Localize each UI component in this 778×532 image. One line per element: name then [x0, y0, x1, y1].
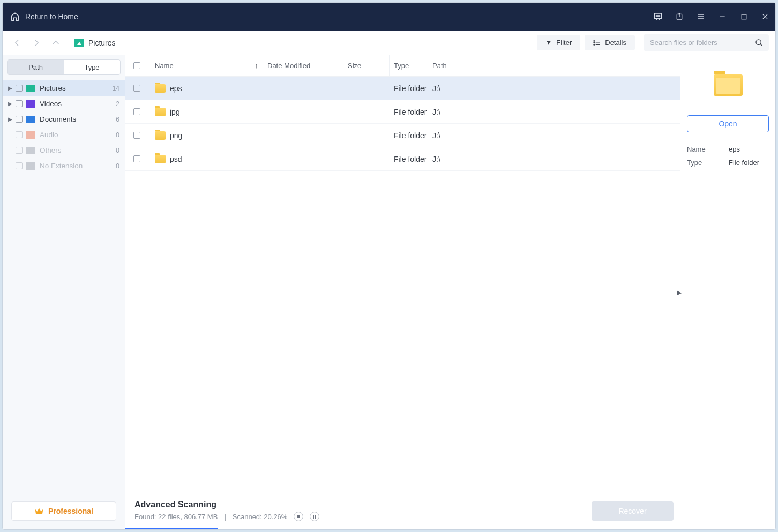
sidebar-item-videos[interactable]: ▶ Videos 2 — [3, 96, 125, 111]
detail-name-key: Name — [687, 145, 729, 153]
col-type[interactable]: Type — [390, 55, 428, 76]
details-button[interactable]: Details — [585, 35, 635, 50]
table-row[interactable]: jpg File folder J:\ — [125, 100, 680, 124]
sidebar-item-pictures[interactable]: ▶ Pictures 14 — [3, 80, 125, 96]
col-path-label: Path — [432, 62, 447, 70]
recover-wrap: Recover — [585, 493, 680, 529]
menu-icon[interactable] — [696, 12, 706, 21]
filter-label: Filter — [556, 39, 572, 47]
row-path: J:\ — [432, 84, 440, 93]
detail-type: Type File folder — [687, 159, 769, 167]
search-wrap — [644, 34, 769, 51]
search-input[interactable] — [644, 34, 769, 51]
col-size[interactable]: Size — [343, 55, 390, 76]
professional-label: Professional — [48, 507, 93, 515]
details-label: Details — [605, 39, 626, 47]
filter-button[interactable]: Filter — [537, 35, 580, 50]
row-name: psd — [170, 155, 182, 163]
sidebar-bottom: Professional — [3, 495, 125, 529]
svg-point-2 — [657, 16, 659, 17]
folder-icon — [155, 155, 166, 163]
crown-icon — [34, 507, 44, 515]
return-home-button[interactable]: Return to Home — [10, 12, 78, 21]
sidebar-item-label: Audio — [40, 131, 58, 139]
file-list: Name ↑ Date Modified Size Type Path eps … — [125, 55, 680, 493]
chevron-right-icon: ▶ — [8, 116, 13, 122]
sidebar-item-label: Videos — [40, 100, 62, 108]
folder-large-icon — [714, 74, 743, 96]
tab-type[interactable]: Type — [64, 60, 120, 74]
stop-scan-button[interactable] — [294, 512, 303, 521]
feedback-icon[interactable] — [653, 12, 663, 21]
col-date-label: Date Modified — [267, 62, 310, 70]
checkbox[interactable] — [133, 132, 140, 139]
checkbox[interactable] — [16, 162, 23, 169]
collapse-panel-icon[interactable]: ▶ — [677, 289, 682, 296]
sidebar-item-audio[interactable]: Audio 0 — [3, 127, 125, 143]
share-icon[interactable] — [675, 12, 684, 21]
titlebar: Return to Home — [3, 3, 775, 31]
nav-up-button[interactable] — [51, 38, 61, 48]
open-button[interactable]: Open — [687, 115, 769, 132]
svg-point-6 — [594, 40, 595, 41]
row-type: File folder — [394, 108, 427, 116]
svg-point-3 — [659, 16, 660, 17]
col-name[interactable]: Name ↑ — [151, 55, 263, 76]
column-headers: Name ↑ Date Modified Size Type Path — [125, 55, 680, 77]
professional-button[interactable]: Professional — [11, 501, 116, 521]
row-name: eps — [170, 84, 182, 93]
checkbox[interactable] — [133, 62, 140, 69]
checkbox[interactable] — [16, 147, 23, 154]
breadcrumb[interactable]: Pictures — [74, 39, 533, 47]
sidebar-item-noext[interactable]: No Extension 0 — [3, 158, 125, 174]
row-name: jpg — [170, 108, 180, 116]
table-row[interactable]: png File folder J:\ — [125, 124, 680, 147]
checkbox[interactable] — [16, 100, 23, 107]
table-row[interactable]: eps File folder J:\ — [125, 77, 680, 100]
col-path[interactable]: Path — [428, 55, 680, 76]
row-path: J:\ — [432, 131, 440, 140]
svg-point-1 — [656, 16, 657, 17]
search-icon[interactable] — [755, 39, 764, 47]
sidebar-tree: ▶ Pictures 14 ▶ Videos 2 ▶ D — [3, 78, 125, 176]
status-scanned: Scanned: 20.26% — [233, 513, 288, 521]
checkbox[interactable] — [133, 108, 140, 115]
toolbar: Pictures Filter Details — [3, 31, 775, 55]
tab-path[interactable]: Path — [8, 60, 64, 74]
sidebar-item-label: Documents — [40, 115, 76, 123]
recover-button[interactable]: Recover — [592, 501, 674, 521]
status-title: Advanced Scanning — [134, 500, 575, 509]
minimize-icon[interactable] — [717, 12, 727, 21]
pause-icon — [313, 515, 316, 519]
checkbox[interactable] — [133, 85, 140, 92]
col-checkbox[interactable] — [133, 55, 151, 76]
sidebar-item-label: No Extension — [40, 162, 83, 170]
checkbox[interactable] — [16, 116, 23, 123]
col-date[interactable]: Date Modified — [263, 55, 343, 76]
table-row[interactable]: psd File folder J:\ — [125, 147, 680, 171]
sidebar-item-documents[interactable]: ▶ Documents 6 — [3, 111, 125, 127]
checkbox[interactable] — [16, 85, 23, 92]
pause-scan-button[interactable] — [310, 512, 319, 521]
chevron-right-icon: ▶ — [8, 85, 13, 91]
svg-rect-5 — [742, 14, 746, 19]
checkbox[interactable] — [16, 131, 23, 138]
sidebar-item-others[interactable]: Others 0 — [3, 143, 125, 158]
checkbox[interactable] — [133, 155, 140, 162]
detail-type-key: Type — [687, 159, 729, 167]
body: Path Type ▶ Pictures 14 ▶ Videos 2 — [3, 55, 775, 529]
app-window: Return to Home Pictures Filter Details — [2, 2, 776, 530]
status-divider: | — [224, 513, 226, 521]
nav-forward-button[interactable] — [32, 38, 41, 48]
pictures-folder-icon — [26, 85, 35, 92]
maximize-icon[interactable] — [739, 12, 749, 21]
nav-back-button[interactable] — [12, 38, 22, 48]
filter-icon — [545, 40, 552, 46]
return-home-label: Return to Home — [25, 12, 78, 21]
others-folder-icon — [26, 147, 35, 154]
row-path: J:\ — [432, 108, 440, 116]
sidebar-item-label: Others — [40, 146, 62, 154]
svg-point-7 — [594, 42, 595, 43]
close-icon[interactable] — [760, 12, 770, 21]
stop-icon — [297, 515, 300, 518]
